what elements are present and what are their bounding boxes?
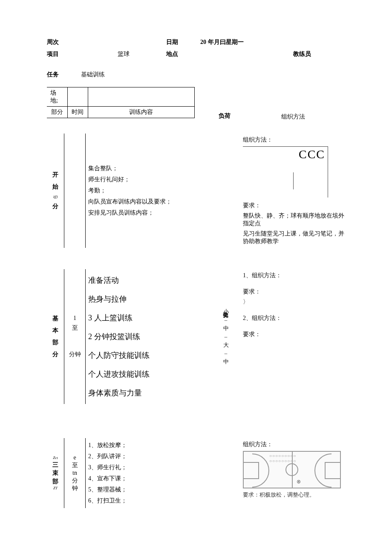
start-item: 师生行礼问好； [88,176,189,183]
end-item: 4、宣布下课； [88,475,189,482]
load-header: 负荷 [212,111,237,121]
players-row-1: ○○○○○○○○○ [269,453,331,458]
court-diagram: ○○○○○○○○○ ○○○○○○○○○ ⊗ [243,451,341,488]
start-method: 组织方法： CCC 要求： 整队快、静、齐；球有顺序地放在垓外指定点 见习生随堂… [239,134,345,248]
end-part-c3: 部 [52,477,58,486]
start-part-label: 开 始 iff) 分 [47,134,64,248]
basic-r1b: 〉 [243,298,345,306]
venue-label: 场地; [47,87,67,107]
basic-item: 2 分钟投篮训练 [88,331,189,342]
content-header: 训练内容 [88,107,194,118]
basic-r1: 要求： [243,288,345,296]
basic-time-bot: 分钟 [69,350,81,359]
section-basic: 基 本 部 分 1 至 分钟 准备活动 热身与拉伸 3 人上篮训练 2 分钟投篮… [47,269,345,404]
basic-load: 负荷变化 小 – 中 – 大 – 中 [213,269,239,404]
start-part-c2: 始 [52,181,58,193]
end-part-c1: 三 [52,461,58,469]
method-header: 组织方法 [237,113,346,121]
start-load [213,134,239,248]
start-time [64,134,85,248]
basic-part-c1: 基 [52,313,58,325]
start-req-2: 见习生随堂见习上课，做见习笔记，并协助教师教学 [243,230,345,245]
start-part-c1: 开 [52,169,58,181]
end-part-label: Zct 三 束 部 ZT [47,438,64,508]
start-content: 集合整队； 师生行礼问好； 考勤； 向队员宣布训练内容以及要求； 安排见习队员训… [85,134,192,248]
basic-part-c3: 部 [52,337,58,349]
start-item: 安排见习队员训练内容； [88,209,189,217]
start-part-small: iff) [53,193,58,200]
end-caption: 要求：积极放松，调整心理。 [243,491,345,499]
basic-m1: 1、组织方法： [243,272,345,279]
section-headers: 场地; 部分 时间 训练内容 负荷 组织方法 [47,87,345,121]
court-key-right [325,462,340,479]
end-part-small1: Zct [53,455,58,461]
start-req-1: 整队快、静、齐；球有顺序地放在垓外指定点 [243,212,345,227]
end-item: 1、放松按摩； [88,442,189,449]
start-method-title: 组织方法： [243,136,345,144]
end-method-title: 组织方法： [243,441,345,448]
end-item: 3、师生行礼； [88,464,189,471]
basic-item: 3 人上篮训练 [88,313,189,323]
task-label: 任务 [47,71,81,78]
basic-time-top: 1 [73,314,76,323]
end-part-c2: 束 [52,469,58,477]
basic-m2: 2、组织方法： [243,314,345,322]
start-item: 集合整队； [88,165,189,172]
court-key-left [244,462,259,479]
header-row-2: 项目 篮球 地点 教练员 [47,50,345,58]
part-header: 部分 [47,107,67,118]
time-header: 时间 [67,107,88,118]
end-item: 6、打扫卫生； [88,497,189,505]
ccc-icon: CCC [299,148,325,161]
section-start: 开 始 iff) 分 集合整队； 师生行礼问好； 考勤； 向队员宣布训练内容以及… [47,134,345,248]
task-row: 任务 基础训练 [47,71,345,78]
basic-item: 身体素质与力量 [88,388,189,398]
basic-item: 准备活动 [88,275,189,285]
end-item: 5、整理器械； [88,486,189,494]
date-label: 日期 [166,38,200,46]
venue-blank2 [88,87,194,107]
coach-mark-icon: ⊗ [297,479,301,485]
venue-blank [67,87,88,107]
project-value: 篮球 [81,50,166,58]
end-part-small2: ZT [53,485,58,491]
week-label: 周次 [47,38,81,46]
end-time-d: 分 [72,477,78,485]
basic-content: 准备活动 热身与拉伸 3 人上篮训练 2 分钟投篮训练 个人防守技能训练 个人进… [85,269,192,404]
coach-label: 教练员 [200,50,311,58]
basic-time: 1 至 分钟 [64,269,85,404]
end-time-c: tn [72,469,77,477]
end-time: e 至 tn 分 钟 [64,438,85,508]
mini-header-table: 场地; 部分 时间 训练内容 [47,87,195,118]
formation-diagram: CCC [243,146,328,198]
end-load [213,438,239,508]
week-value [81,38,166,46]
basic-item: 个人进攻技能训练 [88,369,189,379]
date-value: 20 年月曰星期一 [200,38,303,46]
task-value: 基础训练 [81,71,166,78]
basic-part-c2: 本 [52,325,58,337]
diagram-vline [293,172,294,189]
basic-item: 热身与拉伸 [88,294,189,304]
end-time-e: 钟 [72,485,78,492]
end-method: 组织方法： ○○○○○○○○○ ○○○○○○○○○ ⊗ 要求：积极放松，调整心理… [239,438,345,508]
project-label: 项目 [47,50,81,58]
basic-method: 1、组织方法： 要求： 〉 2、组织方法： 要求： [239,269,345,404]
basic-part-c4: 分 [52,349,58,360]
end-time-a: e [73,454,76,462]
section-end: Zct 三 束 部 ZT e 至 tn 分 钟 1、放松按摩； 2、列队讲评； … [47,438,345,508]
end-content: 1、放松按摩； 2、列队讲评； 3、师生行礼； 4、宣布下课； 5、整理器械； … [85,438,192,508]
location-label: 地点 [166,50,200,58]
basic-r2: 要求： [243,331,345,338]
start-item: 考勤； [88,187,189,195]
basic-load-seq: 小 – 中 – 大 – 中 [223,308,229,366]
start-req-label: 要求： [243,202,345,209]
players-row-2: ○○○○○○○○○ [269,459,331,463]
basic-item: 个人防守技能训练 [88,350,189,360]
basic-time-mid: 至 [72,323,78,333]
basic-part-label: 基 本 部 分 [47,269,64,404]
court-center-circle [285,463,298,476]
start-item: 向队员宣布训练内容以及要求； [88,198,189,206]
header-row-1: 周次 日期 20 年月曰星期一 [47,38,345,46]
end-time-b: 至 [72,462,78,469]
